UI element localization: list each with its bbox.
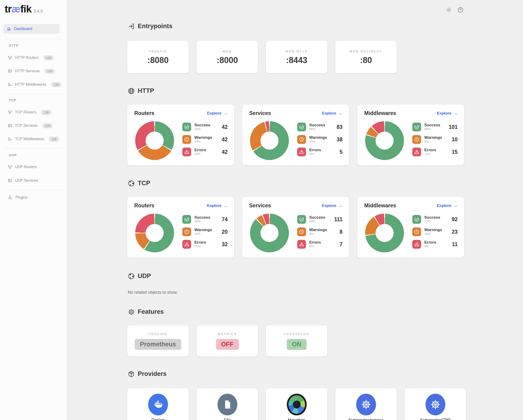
count-badge: 126 xyxy=(43,55,54,60)
sidebar-item-udp-routers[interactable]: UDP Routers xyxy=(8,162,37,172)
sidebar-group-udp: UDP xyxy=(9,153,17,157)
error-icon xyxy=(297,148,306,156)
error-icon xyxy=(412,148,421,156)
success-icon xyxy=(182,123,191,131)
entrypoint-name: TRAEFIK xyxy=(127,50,188,53)
explore-link[interactable]: Explore→ xyxy=(322,203,343,208)
entrypoint-port: :8443 xyxy=(266,55,327,65)
routers-icon xyxy=(8,56,12,60)
legend: Success73% 92 Warnings18% 23 Errors9% 11 xyxy=(412,215,458,252)
services-icon xyxy=(8,69,12,73)
explore-link[interactable]: Explore→ xyxy=(437,203,458,208)
warning-icon xyxy=(182,227,191,236)
warning-icon xyxy=(412,227,421,236)
section-entrypoints-heading: Entrypoints xyxy=(128,23,172,30)
plugins-icon xyxy=(8,195,12,200)
panel-title: Middlewares xyxy=(364,110,396,116)
feature-name: METRICS xyxy=(197,332,258,336)
world-icon xyxy=(128,180,135,187)
count-badge: 126 xyxy=(41,110,51,115)
tcp-middlewares-panel: Middlewares Explore→ Success73% 92 Warni… xyxy=(357,197,464,258)
tcp-routers-panel: Routers Explore→ Success59% 74 Warnings1… xyxy=(127,197,234,258)
divider xyxy=(5,94,62,94)
legend: Success88% 111 Warnings6% 8 Errors6% 7 xyxy=(297,215,343,252)
section-providers-heading: Providers xyxy=(128,370,167,378)
sidebar-item-http-services[interactable]: HTTP Services 126 xyxy=(8,66,55,76)
logo-text: træfik xyxy=(5,3,32,15)
arrow-right-icon: → xyxy=(453,111,458,116)
gear-icon xyxy=(128,309,135,315)
http-routers-donut xyxy=(135,121,174,160)
feature-name: ACCESSLOG xyxy=(266,332,327,336)
udp-empty-message: No related objects to show. xyxy=(128,290,178,295)
arrow-right-icon: → xyxy=(223,111,228,116)
entrypoint-card-web-redirect: WEB-REDIRECT :80 xyxy=(335,41,397,73)
sidebar: træfik 3.4.0 Dashboard HTTP HTTP Routers… xyxy=(0,0,67,420)
provider-card-file: File xyxy=(197,388,258,420)
stat-warnings: Warnings30% 38 xyxy=(297,135,343,144)
stat-warnings: Warnings18% 23 xyxy=(412,227,458,236)
sidebar-group-http: HTTP xyxy=(9,43,18,47)
entrypoint-card-traefik: TRAEFIK :8080 xyxy=(127,41,188,73)
entrypoint-name: WEB-MTLS xyxy=(266,50,327,53)
explore-link[interactable]: Explore→ xyxy=(207,111,228,116)
count-badge: 126 xyxy=(51,82,61,87)
sidebar-item-label: Dashboard xyxy=(14,27,32,31)
panel-title: Middlewares xyxy=(364,203,396,209)
sidebar-item-tcp-middlewares[interactable]: TCP Middlewares 126 xyxy=(8,134,59,144)
feature-card-tracing: TRACING Prometheus xyxy=(127,325,188,357)
panel-title: Services xyxy=(249,203,271,209)
sidebar-item-tcp-routers[interactable]: TCP Routers 126 xyxy=(8,108,51,117)
explore-link[interactable]: Explore→ xyxy=(207,203,228,208)
http-middlewares-panel: Middlewares Explore→ Success80% 101 Warn… xyxy=(357,105,464,165)
sidebar-item-http-middlewares[interactable]: HTTP Middlewares 126 xyxy=(8,80,61,89)
middlewares-icon xyxy=(8,137,12,141)
provider-name: KubernetesIngress xyxy=(335,418,397,420)
feature-card-accesslog: ACCESSLOG ON xyxy=(266,325,327,357)
success-icon xyxy=(412,215,421,224)
sidebar-item-udp-services[interactable]: UDP Services xyxy=(8,176,38,185)
stat-errors: Errors33% 42 xyxy=(182,148,228,156)
tcp-routers-donut xyxy=(135,214,174,252)
warning-icon xyxy=(297,227,306,236)
warning-icon xyxy=(297,135,306,144)
legend: Success33% 42 Warnings33% 42 Errors33% 4… xyxy=(182,123,228,160)
count-badge: 126 xyxy=(45,69,55,74)
http-routers-panel: Routers Explore→ Success33% 42 Warnings3… xyxy=(127,105,234,165)
package-icon xyxy=(128,371,135,378)
sidebar-item-plugins[interactable]: Plugins xyxy=(8,193,27,202)
explore-link[interactable]: Explore→ xyxy=(322,111,343,116)
stat-success: Success66% 83 xyxy=(297,123,343,131)
section-tcp-heading: TCP xyxy=(128,180,150,187)
provider-name: KubernetesCRD xyxy=(405,418,466,420)
sidebar-item-dashboard[interactable]: Dashboard xyxy=(3,24,60,34)
feature-value-chip: OFF xyxy=(216,339,239,350)
success-icon xyxy=(297,123,306,131)
explore-link[interactable]: Explore→ xyxy=(437,111,458,116)
stat-success: Success73% 92 xyxy=(412,215,458,224)
home-icon xyxy=(7,27,11,31)
stat-warnings: Warnings33% 42 xyxy=(182,135,228,144)
stat-errors: Errors12% 15 xyxy=(412,148,458,156)
http-services-panel: Services Explore→ Success66% 83 Warnings… xyxy=(242,105,349,165)
tcp-middlewares-donut xyxy=(365,214,404,252)
warning-icon xyxy=(182,135,191,144)
divider xyxy=(5,39,62,39)
provider-card-docker: Docker xyxy=(127,388,188,420)
stat-success: Success80% 101 xyxy=(412,123,458,131)
help-icon[interactable] xyxy=(457,7,463,14)
stat-errors: Errors4% 5 xyxy=(297,148,343,156)
theme-toggle-icon[interactable] xyxy=(446,7,452,14)
arrow-right-icon: → xyxy=(453,203,458,208)
feature-card-metrics: METRICS OFF xyxy=(197,325,258,357)
divider xyxy=(5,190,62,190)
sidebar-item-http-routers[interactable]: HTTP Routers 126 xyxy=(8,53,54,62)
stat-warnings: Warnings8% 10 xyxy=(412,135,458,144)
sidebar-item-tcp-services[interactable]: TCP Services 126 xyxy=(8,121,52,130)
marathon-icon xyxy=(287,394,307,415)
section-http-heading: HTTP xyxy=(128,87,154,95)
entrypoint-port: :8080 xyxy=(127,55,188,65)
entrypoint-name: WEB-REDIRECT xyxy=(335,50,397,53)
feature-value-chip: Prometheus xyxy=(135,339,181,350)
services-icon xyxy=(8,124,12,128)
